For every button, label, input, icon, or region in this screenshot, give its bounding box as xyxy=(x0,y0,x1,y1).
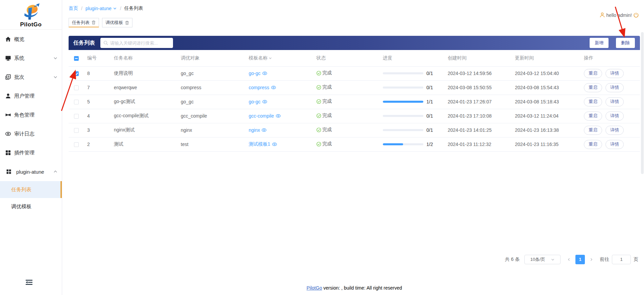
footer-pilotgo-link[interactable]: PilotGo xyxy=(306,285,322,291)
cell-updated: 2024-03-08 15:18:43 xyxy=(515,95,584,109)
table-header-row: 编号 任务名称 调优对象 模板名称 状态 进度 创建时间 更新时间 操作 xyxy=(69,50,640,66)
cell-target: gcc_compile xyxy=(181,109,249,123)
sidebar-item-plugin-atune[interactable]: plugin-atune xyxy=(0,162,62,181)
user-icon xyxy=(5,93,11,99)
breadcrumb-home[interactable]: 首页 xyxy=(69,5,78,11)
sidebar-collapse-button[interactable] xyxy=(26,279,32,286)
delete-button[interactable]: 删除 xyxy=(616,38,635,48)
cell-updated: 2024-01-23 11:16:35 xyxy=(515,137,584,151)
row-checkbox[interactable] xyxy=(74,128,79,133)
cell-id: 8 xyxy=(87,66,114,80)
roles-icon xyxy=(5,112,11,118)
plugins-grid-icon xyxy=(5,150,11,156)
tab-task-list[interactable]: 任务列表 xyxy=(69,18,99,27)
sidebar-subitem-task-list[interactable]: 任务列表 xyxy=(0,181,62,198)
detail-button[interactable]: 详情 xyxy=(605,112,624,121)
cell-task-name: gcc-compile测试 xyxy=(114,109,181,123)
view-eye-icon[interactable] xyxy=(272,142,277,146)
chevron-down-icon xyxy=(53,75,58,79)
cell-created: 2024-03-08 15:50:55 xyxy=(448,80,515,95)
progress-bar: 0/1 xyxy=(383,127,448,133)
restart-button[interactable]: 重启 xyxy=(584,83,602,92)
cell-target: go_gc xyxy=(181,95,249,109)
sidebar-item-label: 角色管理 xyxy=(14,112,34,118)
detail-button[interactable]: 详情 xyxy=(605,126,624,135)
next-page-button[interactable] xyxy=(588,255,595,264)
restart-button[interactable]: 重启 xyxy=(584,97,602,106)
sidebar-item-system[interactable]: 系统 xyxy=(0,49,62,68)
trash-icon[interactable] xyxy=(125,21,129,25)
template-link[interactable]: go-gc xyxy=(249,71,267,76)
row-checkbox[interactable] xyxy=(74,142,79,147)
panel-title: 任务列表 xyxy=(73,40,95,47)
sidebar-item-audit-log[interactable]: 审计日志 xyxy=(0,124,62,143)
caret-down-icon[interactable] xyxy=(268,56,272,60)
scrollbar[interactable] xyxy=(641,32,644,174)
cell-updated: 2024-03-08 15:54:43 xyxy=(515,80,584,95)
goto-label: 前往 xyxy=(600,256,609,263)
trash-icon[interactable] xyxy=(92,20,96,25)
breadcrumb: 首页 / plugin-atune / 任务列表 xyxy=(69,5,640,12)
select-all-checkbox[interactable] xyxy=(74,56,79,61)
detail-button[interactable]: 详情 xyxy=(605,83,624,92)
detail-button[interactable]: 详情 xyxy=(605,97,624,106)
check-circle-icon xyxy=(316,113,321,118)
page-number-current[interactable]: 1 xyxy=(575,255,585,264)
row-checkbox[interactable] xyxy=(74,85,79,90)
sidebar-item-role-management[interactable]: 角色管理 xyxy=(0,105,62,124)
add-button[interactable]: 新增 xyxy=(590,38,609,48)
batch-icon xyxy=(5,74,11,80)
page-size-select[interactable]: 10条/页 xyxy=(524,255,561,264)
cell-created: 2024-03-12 14:59:56 xyxy=(448,66,515,80)
detail-button[interactable]: 详情 xyxy=(605,140,624,149)
prev-page-button[interactable] xyxy=(565,255,573,264)
view-eye-icon[interactable] xyxy=(262,71,267,75)
sidebar-item-label: 概览 xyxy=(14,36,24,43)
collapse-sidebar-icon xyxy=(26,279,32,285)
template-link[interactable]: 测试模板1 xyxy=(249,141,277,147)
task-table: 编号 任务名称 调优对象 模板名称 状态 进度 创建时间 更新时间 操作 xyxy=(69,50,640,152)
view-eye-icon[interactable] xyxy=(262,100,267,104)
restart-button[interactable]: 重启 xyxy=(584,69,602,78)
col-id: 编号 xyxy=(87,50,114,66)
sidebar-subitem-tuning-template[interactable]: 调优模板 xyxy=(0,198,62,215)
restart-button[interactable]: 重启 xyxy=(584,140,602,149)
status-badge: 完成 xyxy=(316,98,332,104)
row-checkbox[interactable] xyxy=(74,100,79,104)
restart-button[interactable]: 重启 xyxy=(584,126,602,135)
cell-task-name: nginx测试 xyxy=(114,123,181,137)
template-link[interactable]: compress xyxy=(249,85,276,90)
detail-button[interactable]: 详情 xyxy=(605,69,624,78)
col-template: 模板名称 xyxy=(249,55,268,61)
col-updated: 更新时间 xyxy=(515,50,584,66)
cell-id: 2 xyxy=(87,137,114,151)
view-eye-icon[interactable] xyxy=(271,85,276,90)
tab-label: 任务列表 xyxy=(72,20,90,26)
breadcrumb-plugin-atune[interactable]: plugin-atune xyxy=(85,6,117,11)
goto-page-input[interactable] xyxy=(612,255,631,264)
row-checkbox[interactable] xyxy=(74,114,79,119)
sidebar-item-plugin-management[interactable]: 插件管理 xyxy=(0,143,62,162)
sidebar-item-user-management[interactable]: 用户管理 xyxy=(0,87,62,105)
logout-power-icon[interactable] xyxy=(633,12,639,18)
row-checkbox[interactable] xyxy=(74,71,79,76)
sidebar-item-overview[interactable]: 概览 xyxy=(0,30,62,49)
template-link[interactable]: gcc-compile xyxy=(249,113,281,119)
view-eye-icon[interactable] xyxy=(262,128,267,132)
template-link[interactable]: go-gc xyxy=(249,99,267,104)
breadcrumb-separator: / xyxy=(81,6,82,11)
user-info[interactable]: hello admin! xyxy=(599,12,639,18)
cell-updated: 2024-03-12 15:04:40 xyxy=(515,66,584,80)
search-input[interactable] xyxy=(110,41,170,46)
cell-id: 4 xyxy=(87,109,114,123)
sidebar-item-label: 用户管理 xyxy=(14,93,34,99)
restart-button[interactable]: 重启 xyxy=(584,112,602,121)
view-eye-icon[interactable] xyxy=(276,114,281,118)
template-link[interactable]: nginx xyxy=(249,127,267,133)
sidebar-item-batch[interactable]: 批次 xyxy=(0,68,62,87)
check-circle-icon xyxy=(316,142,321,147)
tab-tuning-template[interactable]: 调优模板 xyxy=(102,18,132,27)
check-circle-icon xyxy=(316,127,321,132)
sidebar: PilotGo 概览 系统 xyxy=(0,0,62,295)
sidebar-subitem-label: 调优模板 xyxy=(11,203,31,210)
